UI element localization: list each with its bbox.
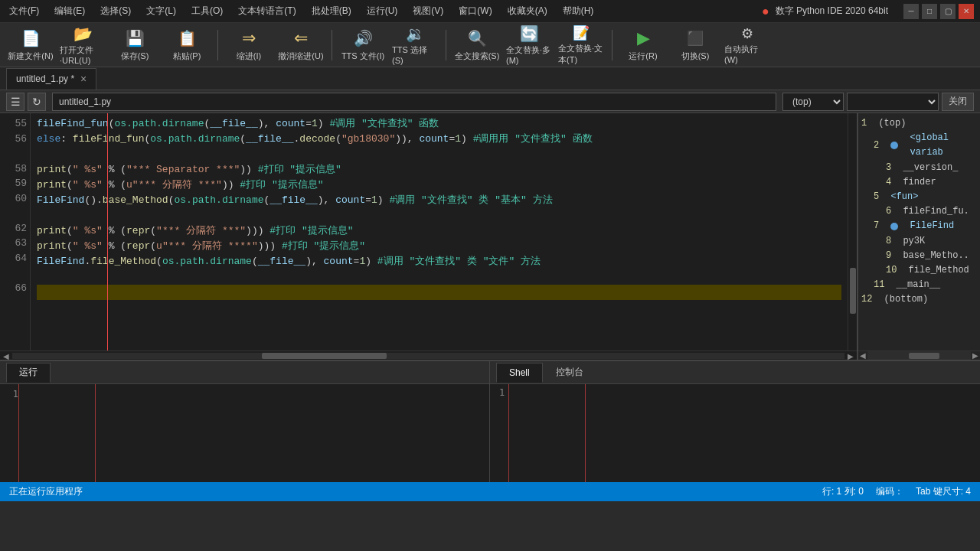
h-scroll-right[interactable]: ▶ — [844, 352, 857, 360]
code-line-58: print(" %s" % ("*** Separator ***")) #打印… — [37, 162, 841, 178]
menu-run[interactable]: 运行(U) — [364, 3, 401, 19]
toolbar-open-file[interactable]: 📂 打开文件·URL(U) — [58, 25, 107, 65]
editor-tab-file[interactable]: untitled_1.py * × — [6, 68, 96, 90]
code-line-57 — [37, 147, 841, 162]
outline-item-3: 3 __version_ — [861, 161, 968, 175]
code-line-65 — [37, 269, 841, 285]
editor-h-scrollbar[interactable]: ◀ ▶ — [0, 350, 857, 360]
code-line-59: print(" %s" % (u"*** 分隔符 ***")) #打印 "提示信… — [37, 178, 841, 193]
outline-item-2: 2 <global variab — [861, 131, 968, 160]
nav-path-input[interactable] — [52, 93, 776, 111]
right-h-scrollbar-thumb[interactable] — [909, 353, 939, 359]
minimize-button[interactable]: ─ — [903, 4, 919, 19]
run-content[interactable]: 1 — [0, 384, 489, 482]
run-icon: ▶ — [632, 28, 654, 49]
toolbar-replace-multi[interactable]: 🔄 全文替换·多(M) — [505, 25, 554, 65]
menu-edit[interactable]: 编辑(E) — [51, 3, 88, 19]
restore-button[interactable]: □ — [922, 4, 937, 19]
run-line-numbers: 1 — [0, 387, 18, 402]
unindent-icon: ⇐ — [290, 28, 312, 49]
right-h-scroll-right[interactable]: ▶ — [971, 351, 980, 360]
toolbar-replace-text-label: 全文替换·文本(T) — [558, 43, 604, 66]
toolbar-run[interactable]: ▶ 运行(R) — [619, 25, 668, 65]
shell-tab-button[interactable]: Shell — [496, 363, 543, 383]
right-h-scroll-left[interactable]: ◀ — [858, 351, 867, 360]
menu-tts[interactable]: 文本转语言(T) — [235, 3, 299, 19]
menu-help[interactable]: 帮助(H) — [560, 3, 597, 19]
menu-select[interactable]: 选择(S) — [97, 3, 134, 19]
toolbar-search-label: 全文搜索(S) — [455, 51, 500, 62]
nav-refresh-button[interactable]: ↻ — [28, 93, 46, 111]
close-button[interactable]: ✕ — [959, 4, 974, 19]
toolbar-replace-text[interactable]: 📝 全文替换·文本(T) — [557, 25, 606, 65]
shell-tab-bar: Shell 控制台 — [490, 361, 980, 384]
h-scroll-left[interactable]: ◀ — [0, 352, 12, 360]
toolbar-sep-3 — [446, 30, 446, 60]
toolbar-tts-file[interactable]: 🔊 TTS 文件(I) — [338, 25, 387, 65]
menu-window[interactable]: 窗口(W) — [456, 3, 495, 19]
shell-sep-line-2 — [585, 384, 586, 482]
toolbar-sep-1 — [217, 30, 218, 60]
toolbar-sep-2 — [332, 30, 332, 60]
maximize-button[interactable]: ▢ — [940, 4, 956, 19]
toolbar-paste[interactable]: 📋 粘贴(P) — [162, 25, 211, 65]
nav-context2-select[interactable] — [847, 93, 939, 111]
toolbar-search[interactable]: 🔍 全文搜索(S) — [452, 25, 501, 65]
code-line-62: print(" %s" % (repr("*** 分隔符 ***"))) #打印… — [37, 223, 841, 239]
toolbar-unindent[interactable]: ⇐ 撤消缩进(U) — [276, 25, 325, 65]
status-left: 正在运行应用程序 — [9, 485, 83, 498]
editor-scrollbar-thumb[interactable] — [850, 268, 856, 314]
toolbar-sep-4 — [612, 30, 612, 60]
search-icon: 🔍 — [466, 28, 488, 49]
toolbar-auto-run[interactable]: ⚙ 自动执行(W) — [723, 25, 772, 65]
nav-menu-button[interactable]: ☰ — [6, 93, 24, 111]
right-panel-scrollbar[interactable] — [971, 113, 980, 350]
tab-close-button[interactable]: × — [80, 73, 87, 85]
menu-file[interactable]: 文件(F) — [6, 3, 42, 19]
title-bar-right: ● 数字 Python IDE 2020 64bit ─ □ ▢ ✕ — [762, 4, 974, 19]
line-numbers: 55 56 58 59 60 62 63 64 66 — [0, 113, 31, 350]
red-line-left — [107, 113, 108, 350]
save-icon: 💾 — [124, 28, 145, 49]
toolbar-save[interactable]: 💾 保存(S) — [110, 25, 159, 65]
toolbar-switch[interactable]: ⬛ 切换(S) — [671, 25, 720, 65]
menu-batch[interactable]: 批处理(B) — [309, 3, 354, 19]
toolbar-tts-select[interactable]: 🔉 TTS 选择(S) — [390, 25, 439, 65]
toolbar-new-file-label: 新建文件(N) — [8, 51, 53, 62]
status-row-col: 行: 1 列: 0 — [822, 485, 864, 498]
code-line-66 — [37, 285, 841, 300]
toolbar-replace-multi-label: 全文替换·多(M) — [506, 44, 552, 65]
toolbar-switch-label: 切换(S) — [681, 51, 710, 62]
toolbar-new-file[interactable]: 📄 新建文件(N) — [6, 25, 55, 65]
console-tab-button[interactable]: 控制台 — [543, 363, 596, 383]
toolbar-tts-select-label: TTS 选择(S) — [392, 44, 438, 65]
code-line-64: FileFind.file_Method(os.path.dirname(__f… — [37, 254, 841, 269]
tts-file-icon: 🔊 — [352, 28, 374, 49]
nav-context-select[interactable]: (top) — [782, 93, 844, 111]
app-logo: ● — [762, 5, 769, 18]
toolbar: 📄 新建文件(N) 📂 打开文件·URL(U) 💾 保存(S) 📋 粘贴(P) … — [0, 23, 980, 67]
menu-view[interactable]: 视图(V) — [410, 3, 446, 19]
nav-close-button[interactable]: 关闭 — [942, 93, 974, 111]
run-panel: 运行 1 — [0, 361, 490, 482]
menu-favorites[interactable]: 收藏夹(A) — [505, 3, 550, 19]
menu-text[interactable]: 文字(L) — [143, 3, 179, 19]
editor-scrollbar[interactable] — [848, 113, 857, 350]
shell-content[interactable]: 1 — [490, 384, 980, 482]
toolbar-indent[interactable]: ⇒ 缩进(I) — [224, 25, 273, 65]
new-file-icon: 📄 — [20, 28, 41, 49]
right-panel-h-scrollbar[interactable]: ◀ ▶ — [858, 350, 980, 360]
run-sep-line-2 — [95, 384, 96, 482]
run-tab-button[interactable]: 运行 — [6, 363, 51, 383]
code-line-60: FileFind().base_Method(os.path.dirname(_… — [37, 193, 841, 208]
code-content[interactable]: fileFind_fun(os.path.dirname(__file__), … — [31, 113, 848, 350]
outline-item-10: 10 file_Method... — [861, 263, 968, 278]
outline-item-6: 6 fileFind_fu... — [861, 204, 968, 219]
h-scrollbar-thumb[interactable] — [262, 353, 387, 359]
outline-item-1: 1 (top) — [861, 116, 968, 131]
menu-tools[interactable]: 工具(O) — [188, 3, 226, 19]
nav-right: (top) 关闭 — [782, 93, 974, 111]
outline-item-5: 5 <fun> — [861, 190, 968, 204]
outline-content: 1 (top) 2 <global variab 3 __version_ 4 … — [858, 113, 971, 350]
toolbar-paste-label: 粘贴(P) — [173, 51, 201, 62]
